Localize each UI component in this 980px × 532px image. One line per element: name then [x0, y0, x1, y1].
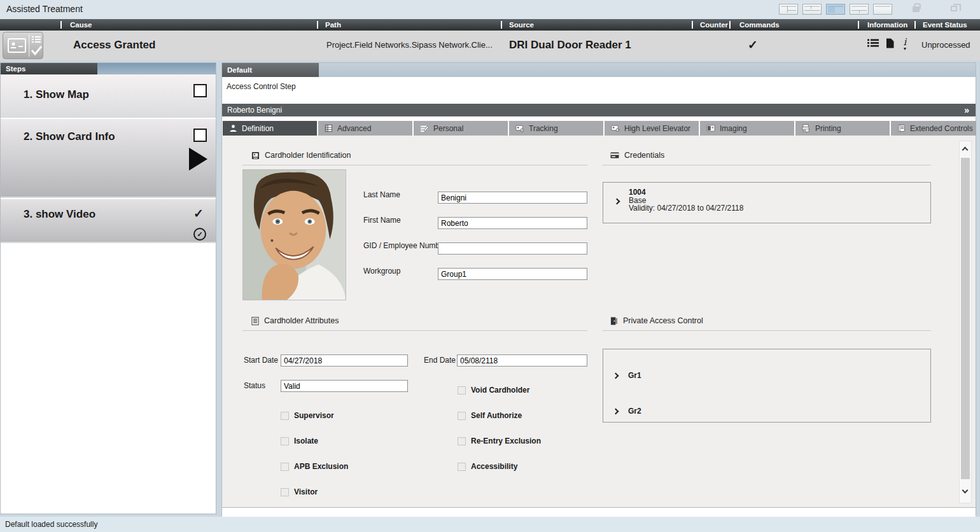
- column-event-status[interactable]: Event Status: [923, 19, 967, 31]
- event-information-dropdown-icon[interactable]: i ▼: [901, 38, 909, 52]
- workgroup-input[interactable]: [438, 268, 587, 280]
- access-group-row[interactable]: Gr2: [613, 407, 641, 416]
- cardholder-photo: [242, 169, 346, 300]
- tab-extended-controls[interactable]: Extended Controls: [891, 121, 976, 136]
- checkbox-row-supervisor[interactable]: Supervisor: [281, 411, 334, 420]
- event-column-header: Cause Path Source Counter Commands Infor…: [0, 19, 980, 31]
- column-cause[interactable]: Cause: [70, 19, 92, 31]
- step-play-icon[interactable]: [189, 148, 207, 171]
- step-type-label: Access Control Step: [227, 82, 296, 91]
- scroll-up-icon[interactable]: [962, 147, 969, 153]
- accessibility-checkbox[interactable]: [458, 463, 466, 471]
- vertical-scrollbar[interactable]: [959, 141, 972, 503]
- layout-split-topleft-icon[interactable]: [802, 4, 822, 15]
- layout-single-pane-icon[interactable]: [873, 4, 892, 15]
- column-source[interactable]: Source: [509, 19, 534, 31]
- status-label: Status: [244, 381, 265, 390]
- step-label: 1. Show Map: [24, 88, 89, 101]
- tab-high-level-elevator[interactable]: High Level Elevator: [605, 121, 699, 136]
- step-item-show-video[interactable]: 3. show Video ✓ ✓: [1, 199, 216, 243]
- photo-icon: [706, 124, 715, 132]
- card-lock-icon: [515, 124, 524, 132]
- workgroup-label: Workgroup: [363, 267, 400, 276]
- layout-left-pane-icon[interactable]: [826, 4, 845, 15]
- tab-printing[interactable]: Printing: [795, 121, 890, 136]
- event-cause: Access Granted: [73, 39, 155, 52]
- supervisor-checkbox[interactable]: [281, 412, 289, 420]
- column-counter[interactable]: Counter: [700, 19, 728, 31]
- last-name-input[interactable]: [438, 192, 587, 204]
- first-name-label: First Name: [363, 216, 401, 225]
- checkbox-row-self-authorize[interactable]: Self Authorize: [458, 411, 522, 420]
- step-acknowledged-icon[interactable]: ✓: [193, 228, 206, 241]
- status-input[interactable]: [281, 380, 408, 392]
- apb-exclusion-checkbox[interactable]: [281, 463, 289, 471]
- gid-employee-number-input[interactable]: [438, 242, 587, 255]
- access-event-type-icon[interactable]: [3, 32, 43, 59]
- self-authorize-checkbox[interactable]: [458, 412, 466, 420]
- start-date-label: Start Date: [244, 356, 278, 365]
- column-information[interactable]: Information: [867, 19, 907, 31]
- isolate-checkbox[interactable]: [281, 437, 289, 445]
- re-entry-exclusion-checkbox[interactable]: [458, 437, 466, 445]
- tab-default[interactable]: Default: [222, 63, 319, 77]
- private-access-door-icon: [610, 317, 618, 325]
- cardholder-identification-header: Cardholder Identification: [251, 151, 351, 160]
- group-expand-chevron-icon[interactable]: [613, 408, 619, 414]
- lock-icon[interactable]: [913, 6, 920, 12]
- group-expand-chevron-icon[interactable]: [613, 372, 619, 379]
- expand-more-icon[interactable]: »: [964, 104, 969, 116]
- tab-advanced[interactable]: Advanced: [318, 121, 412, 136]
- event-path: Project.Field Networks.Sipass Network.Cl…: [326, 40, 493, 50]
- step-item-show-map[interactable]: 1. Show Map: [1, 74, 216, 118]
- layout-grid-top-icon[interactable]: [850, 4, 869, 15]
- steps-panel-header-strip: [97, 63, 216, 74]
- event-status-value: Unprocessed: [921, 40, 970, 50]
- checkbox-row-accessibility[interactable]: Accessibility: [458, 462, 517, 471]
- event-row[interactable]: Access Granted Project.Field Networks.Si…: [0, 31, 980, 60]
- step-label: 2. Show Card Info: [24, 130, 115, 143]
- tab-imaging[interactable]: Imaging: [700, 121, 794, 136]
- event-log-list-icon[interactable]: [867, 38, 879, 50]
- table-icon: [325, 124, 333, 132]
- edit-list-icon: [420, 124, 429, 132]
- first-name-input[interactable]: [438, 217, 587, 229]
- void-cardholder-checkbox[interactable]: [458, 386, 466, 395]
- scrollbar-thumb[interactable]: [961, 158, 970, 479]
- treatment-main-panel: Default Access Control Step Roberto Beni…: [221, 62, 976, 516]
- credentials-header: Credentials: [610, 151, 664, 160]
- tab-tracking[interactable]: Tracking: [509, 121, 603, 136]
- cardholder-tab-bar: Definition Advanced Personal Tracking Hi…: [223, 121, 976, 136]
- visitor-checkbox[interactable]: [281, 488, 289, 496]
- column-path[interactable]: Path: [325, 19, 341, 31]
- event-document-icon[interactable]: [886, 38, 894, 51]
- cardholder-attributes-header: Cardholder Attributes: [251, 316, 339, 325]
- checkbox-row-apb-exclusion[interactable]: APB Exclusion: [281, 462, 348, 471]
- checkbox-row-void-cardholder[interactable]: Void Cardholder: [458, 386, 529, 395]
- cascade-windows-icon[interactable]: [951, 6, 957, 11]
- credential-card-number: 1004: [629, 188, 743, 197]
- tab-definition[interactable]: Definition: [223, 121, 317, 136]
- step-item-show-card-info[interactable]: 2. Show Card Info: [1, 119, 216, 198]
- cardholder-id-icon: [251, 151, 260, 160]
- notebook-icon: [897, 124, 906, 132]
- step-checkbox[interactable]: [193, 84, 207, 97]
- checkbox-row-re-entry-exclusion[interactable]: Re-Entry Exclusion: [458, 437, 541, 445]
- start-date-input[interactable]: [281, 354, 408, 367]
- scroll-down-icon[interactable]: [962, 487, 969, 494]
- step-checkbox[interactable]: [193, 129, 207, 142]
- end-date-label: End Date: [424, 356, 456, 365]
- checkbox-row-isolate[interactable]: Isolate: [281, 437, 318, 445]
- credential-item[interactable]: 1004 Base Validity: 04/27/2018 to 04/27/…: [603, 182, 931, 223]
- status-bar: Default loaded successfully: [0, 517, 980, 532]
- credential-expand-chevron-icon[interactable]: [614, 199, 620, 205]
- card-printer-icon: [802, 124, 811, 132]
- credentials-card-icon: [610, 151, 619, 159]
- end-date-input[interactable]: [457, 354, 587, 367]
- column-commands[interactable]: Commands: [739, 19, 780, 31]
- layout-grid-left-icon[interactable]: [779, 4, 798, 15]
- access-group-row[interactable]: Gr1: [613, 371, 641, 380]
- tab-personal[interactable]: Personal: [414, 121, 508, 136]
- steps-panel-tab[interactable]: Steps: [1, 63, 97, 74]
- checkbox-row-visitor[interactable]: Visitor: [281, 487, 318, 496]
